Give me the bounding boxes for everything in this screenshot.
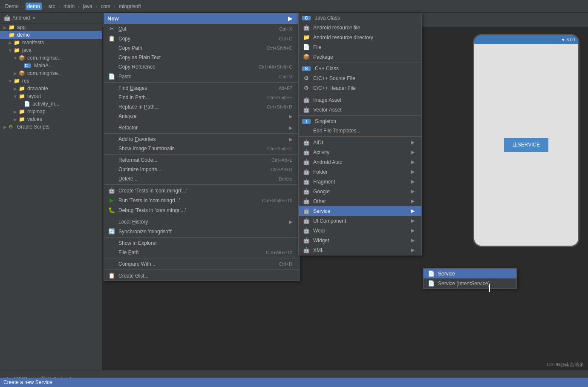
ui-component-item[interactable]: 🤖 UI Component ▶ — [299, 216, 421, 226]
google-arrow-icon: ▶ — [411, 189, 415, 194]
tree-item-drawable[interactable]: ▶ 📁 drawable — [0, 85, 102, 92]
copy-path-item[interactable]: Copy Path Ctrl+Shift+C — [104, 43, 299, 53]
tree-item-app[interactable]: ▶ 📁 app — [0, 23, 102, 31]
breadcrumb-demo[interactable]: Demo — [3, 3, 20, 10]
intent-service-item[interactable]: 📄 Service (IntentService) — [424, 278, 516, 288]
refactor-item[interactable]: Refactor ▶ — [104, 123, 299, 132]
show-thumbnails-label: Show Image Thumbnails — [118, 146, 259, 152]
breadcrumb-java[interactable]: java — [81, 3, 94, 10]
phone-preview: ▼ 6:00 止SERVICE — [473, 34, 579, 247]
package-item[interactable]: 📦 Package — [299, 52, 421, 62]
google-item[interactable]: 🤖 Google ▶ — [299, 186, 421, 196]
vector-asset-item[interactable]: 🤖 Vector Asset — [299, 105, 421, 115]
android-auto-item[interactable]: 🤖 Android Auto ▶ — [299, 157, 421, 167]
tree-item-gradle[interactable]: ▶ ⚙ Gradle Scripts — [0, 123, 102, 131]
sub1-sep1 — [299, 63, 421, 63]
add-favorites-item[interactable]: Add to Favorites ▶ — [104, 135, 299, 144]
fragment-icon: 🤖 — [302, 178, 311, 185]
service-sub-item[interactable]: 📄 Service — [424, 269, 516, 278]
service-item[interactable]: 🤖 Service ▶ — [299, 206, 421, 216]
favorites-arrow-icon: ▶ — [289, 137, 292, 142]
local-history-item[interactable]: Local History ▶ — [104, 217, 299, 226]
aidl-item[interactable]: 🤖 AIDL ▶ — [299, 138, 421, 147]
wear-item[interactable]: 🤖 Wear ▶ — [299, 226, 421, 235]
cpp-source-item[interactable]: ⚙ C/C++ Source File — [299, 73, 421, 83]
aidl-label: AIDL — [313, 140, 408, 146]
tree-item-com1[interactable]: ▼ 📦 com.mingrise... — [0, 54, 102, 62]
copy-label: Copy — [118, 36, 271, 42]
find-in-path-item[interactable]: Find in Path... Ctrl+Shift+F — [104, 93, 299, 102]
android-res-file-item[interactable]: 🤖 Android resource file — [299, 23, 421, 32]
find-usages-item[interactable]: Find Usages Alt+F7 — [104, 83, 299, 93]
create-tests-item[interactable]: 🤖 Create 'Tests in 'com.mingri'...' — [104, 186, 299, 195]
xml-item[interactable]: 🤖 XML ▶ — [299, 245, 421, 255]
cpp-header-icon: ⚙ — [302, 85, 311, 91]
image-asset-item[interactable]: 🤖 Image Asset — [299, 95, 421, 105]
cpp-header-item[interactable]: ⚙ C/C++ Header File — [299, 83, 421, 93]
cpp-class-item[interactable]: S C++ Class — [299, 64, 421, 73]
android-res-dir-item[interactable]: 📁 Android resource directory — [299, 32, 421, 42]
copy-plain-item[interactable]: Copy as Plain Text — [104, 53, 299, 62]
copy-reference-item[interactable]: Copy Reference Ctrl+Alt+Shift+C — [104, 62, 299, 72]
find-usages-shortcut: Alt+F7 — [279, 86, 292, 91]
widget-item[interactable]: 🤖 Widget ▶ — [299, 235, 421, 245]
breadcrumb-demo2[interactable]: demo — [26, 3, 42, 10]
tree-item-demo[interactable]: ▼ 📁 demo — [0, 31, 102, 39]
copy-item[interactable]: 📋 Copy Ctrl+C — [104, 34, 299, 43]
cut-item[interactable]: ✂ Cut Ctrl+X — [104, 24, 299, 34]
phone-service-button[interactable]: 止SERVICE — [504, 138, 548, 152]
delete-label: Delete... — [118, 176, 270, 182]
tree-item-mainactivity[interactable]: C MainA... — [0, 62, 102, 69]
synchronize-item[interactable]: 🔄 Synchronize 'mingrisoft' — [104, 226, 299, 236]
tree-label-java: java — [22, 47, 32, 53]
tree-item-java[interactable]: ▼ 📁 java — [0, 46, 102, 54]
run-tests-item[interactable]: ▶ Run 'Tests in 'com.mingri...' Ctrl+Shi… — [104, 195, 299, 205]
breadcrumb-com[interactable]: com — [99, 3, 112, 10]
breadcrumb-mingrisoft[interactable]: mingrisoft — [117, 3, 143, 10]
replace-in-path-item[interactable]: Replace in Path... Ctrl+Shift+R — [104, 102, 299, 112]
tree-item-activity-main[interactable]: 📄 activity_m... — [0, 100, 102, 108]
tree-item-mipmap[interactable]: ▶ 📁 mipmap — [0, 108, 102, 115]
ui-component-icon: 🤖 — [302, 218, 311, 224]
file-path-item[interactable]: File Path Ctrl+Alt+F12 — [104, 248, 299, 257]
folder-item[interactable]: 🤖 Folder ▶ — [299, 167, 421, 177]
breadcrumb-src[interactable]: src — [46, 3, 57, 10]
debug-tests-item[interactable]: 🐛 Debug 'Tests in 'com.mingri...' — [104, 205, 299, 215]
tree-item-res[interactable]: ▼ 📁 res — [0, 77, 102, 85]
run-tests-shortcut: Ctrl+Shift+F10 — [262, 198, 292, 203]
android-auto-arrow-icon: ▶ — [411, 159, 415, 165]
history-arrow-icon: ▶ — [289, 219, 292, 225]
activity-item[interactable]: 🤖 Activity ▶ — [299, 147, 421, 157]
create-gist-item[interactable]: 📋 Create Gist... — [104, 271, 299, 281]
android-res-file-icon: 🤖 — [302, 24, 311, 31]
sub1-sep3 — [299, 115, 421, 116]
fragment-item[interactable]: 🤖 Fragment ▶ — [299, 177, 421, 186]
optimize-shortcut: Ctrl+Alt+O — [271, 167, 292, 172]
new-menu-header[interactable]: New ▶ — [104, 13, 299, 24]
show-thumbnails-item[interactable]: Show Image Thumbnails Ctrl+Shift+T — [104, 144, 299, 153]
file-item[interactable]: 📄 File — [299, 42, 421, 52]
sidebar-title[interactable]: Android — [12, 15, 30, 21]
compare-with-item[interactable]: Compare With... Ctrl+D — [104, 259, 299, 269]
class-icon: C — [24, 63, 31, 68]
java-class-item[interactable]: C Java Class — [299, 13, 421, 23]
other-item[interactable]: 🤖 Other ▶ — [299, 196, 421, 206]
dropdown-arrow-icon[interactable]: ▼ — [32, 16, 36, 20]
copy-icon: 📋 — [107, 35, 116, 42]
analyze-item[interactable]: Analyze ▶ — [104, 112, 299, 121]
tree-item-com2[interactable]: ▶ 📦 com.mingrise... — [0, 69, 102, 77]
breadcrumb-main[interactable]: main — [62, 3, 76, 10]
reformat-item[interactable]: Reformat Code... Ctrl+Alt+L — [104, 155, 299, 165]
delete-item[interactable]: Delete... Delete — [104, 174, 299, 183]
tree-item-layout[interactable]: ▼ 📁 layout — [0, 92, 102, 100]
tree-label-res: res — [22, 78, 29, 84]
edit-file-templates-item[interactable]: Edit File Templates... — [299, 126, 421, 135]
tree-item-manifests[interactable]: ▶ 📁 manifests — [0, 39, 102, 46]
service-sub-icon: 📄 — [427, 270, 435, 277]
show-in-explorer-item[interactable]: Show in Explorer — [104, 238, 299, 248]
file-path-label: File Path — [118, 249, 257, 255]
tree-item-values[interactable]: ▶ 📁 values — [0, 115, 102, 123]
paste-item[interactable]: 📄 Paste Ctrl+V — [104, 72, 299, 81]
singleton-item[interactable]: I Singleton — [299, 117, 421, 126]
optimize-imports-item[interactable]: Optimize Imports... Ctrl+Alt+O — [104, 165, 299, 174]
